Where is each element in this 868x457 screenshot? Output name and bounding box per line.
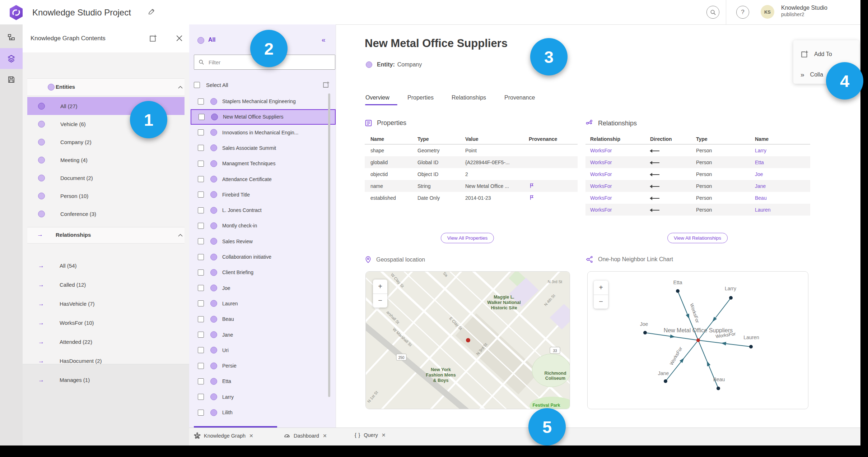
bottom-tab-knowledge-graph[interactable]: Knowledge Graph✕ [194,432,253,439]
contents-relationship-item[interactable]: →All (54) [27,256,185,275]
list-item[interactable]: Montly check-in [191,218,334,234]
item-checkbox[interactable] [198,145,204,151]
search-button[interactable] [706,6,719,19]
item-checkbox[interactable] [198,269,204,276]
add-to-menu-item[interactable]: Add To [801,50,832,58]
node-etta[interactable] [676,289,680,293]
contents-tool-button[interactable] [0,48,23,69]
item-checkbox[interactable] [198,223,204,229]
user-info[interactable]: Knowledge Studio publisher2 [781,4,827,18]
contents-relationship-item[interactable]: →WorksFor (10) [27,313,185,332]
list-item[interactable]: Lauren [191,296,334,311]
node-lauren[interactable] [749,345,753,348]
view-all-properties-button[interactable]: View All Properties [441,233,494,243]
relationship-type-link[interactable]: WorksFor [590,183,650,189]
list-item[interactable]: Innovations in Mechanical Engin... [191,125,334,140]
contents-entity-item[interactable]: Document (2) [27,169,185,187]
node-beau[interactable] [717,387,720,390]
entities-group-row[interactable]: Entities [27,78,185,96]
contents-relationship-item[interactable]: →HasDocument (2) [27,351,185,370]
node-larry[interactable] [729,296,733,300]
item-checkbox[interactable] [199,114,205,120]
related-entity-link[interactable]: Jane [755,183,810,189]
list-item[interactable]: New Metal Office Suppliers [191,109,336,125]
item-checkbox[interactable] [198,191,204,198]
zoom-in-button[interactable]: + [373,280,387,294]
item-checkbox[interactable] [198,332,204,338]
save-tool-button[interactable] [0,69,23,90]
list-item[interactable]: Uri [191,342,334,358]
node-center[interactable] [696,338,700,342]
one-hop-link-chart[interactable]: EttaLarryJoeLaurenJaneBeauWorksForWorksF… [587,271,808,409]
tab-relationships[interactable]: Relationships [452,94,486,101]
contents-relationship-item[interactable]: →Called (12) [27,275,185,294]
select-all-checkbox[interactable] [194,82,200,88]
node-jane[interactable] [664,379,667,383]
item-checkbox[interactable] [198,363,204,369]
item-checkbox[interactable] [198,300,204,306]
item-checkbox[interactable] [198,347,204,353]
add-to-new-icon[interactable] [149,34,157,42]
contents-entity-item[interactable]: Person (10) [27,187,185,205]
tab-provenance[interactable]: Provenance [504,94,535,101]
relationship-type-link[interactable]: WorksFor [590,195,650,201]
bottom-tab-dashboard[interactable]: Dashboard✕ [284,432,327,439]
geospatial-map[interactable]: W Clay StSaN 3rd StN 4th StE Clay Starsh… [365,271,570,409]
list-item[interactable]: Jane [191,327,334,342]
item-checkbox[interactable] [198,378,204,384]
list-item[interactable]: Persie [191,358,334,374]
bottom-tab-query[interactable]: { }Query✕ [355,432,386,438]
zoom-out-button[interactable]: − [594,295,608,309]
zoom-out-button[interactable]: − [373,294,387,308]
zoom-in-button[interactable]: + [594,281,608,295]
list-scrollbar[interactable] [328,93,330,397]
list-item[interactable]: L. Jones Contract [191,203,334,218]
map-canvas[interactable]: W Clay StSaN 3rd StN 4th StE Clay Starsh… [366,272,570,409]
add-to-new-icon[interactable] [322,81,330,88]
provenance-flag-icon[interactable] [529,194,578,202]
contents-relationship-item[interactable]: →HasVehicle (7) [27,294,185,313]
contents-relationship-item[interactable]: →Attended (22) [27,332,185,351]
node-joe[interactable] [643,331,647,334]
contents-entity-item[interactable]: Company (2) [27,133,185,151]
list-item[interactable]: Larry [191,389,334,405]
relationship-type-link[interactable]: WorksFor [590,148,650,153]
relationship-type-link[interactable]: WorksFor [590,160,650,165]
item-checkbox[interactable] [198,129,204,135]
collapse-list-panel-icon[interactable]: « [322,36,325,44]
list-item[interactable]: Managment Techniques [191,156,334,171]
item-checkbox[interactable] [198,98,204,105]
item-checkbox[interactable] [198,176,204,182]
close-tab-icon[interactable]: ✕ [382,432,386,438]
edit-title-pencil-icon[interactable] [148,9,156,17]
item-checkbox[interactable] [198,254,204,260]
list-item[interactable]: Beau [191,311,334,327]
list-item[interactable]: Lilith [191,405,334,420]
list-item[interactable]: Collaboration initiative [191,249,334,265]
related-entity-link[interactable]: Joe [755,171,810,177]
close-tab-icon[interactable]: ✕ [249,433,253,439]
relationships-group-row[interactable]: → Relationships [27,227,185,244]
related-entity-link[interactable]: Larry [755,148,810,153]
contents-relationship-item[interactable]: →Manages (1) [27,370,185,389]
item-checkbox[interactable] [198,207,204,213]
contents-entity-item[interactable]: Meeting (4) [27,151,185,169]
item-checkbox[interactable] [198,161,204,167]
item-checkbox[interactable] [198,394,204,400]
list-item[interactable]: Sales Review [191,234,334,249]
close-tab-icon[interactable]: ✕ [323,433,327,439]
view-all-relationships-button[interactable]: View All Relationships [667,233,728,243]
close-panel-icon[interactable] [176,35,182,41]
link-chart-tool-button[interactable] [0,27,23,48]
related-entity-link[interactable]: Beau [755,195,810,201]
collapse-menu-item[interactable]: » Colla [801,71,823,79]
avatar[interactable]: KS [761,5,774,19]
item-checkbox[interactable] [198,410,204,416]
list-item[interactable]: Sales Associate Summit [191,140,334,156]
help-button[interactable]: ? [736,6,749,19]
list-item[interactable]: Staplers Mechanical Engineering [191,94,334,109]
contents-entity-item[interactable]: Conference (3) [27,205,185,223]
tab-overview[interactable]: Overview [365,94,389,101]
item-checkbox[interactable] [198,238,204,244]
relationship-type-link[interactable]: WorksFor [590,207,650,213]
